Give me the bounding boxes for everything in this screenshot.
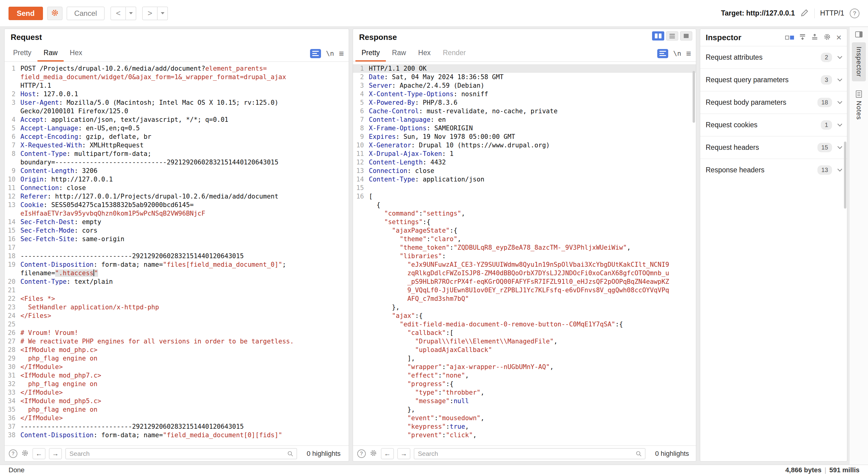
code-line[interactable]: 31<IfModule mod_php7.c> bbox=[5, 371, 349, 380]
code-line[interactable]: 8Content-Type: multipart/form-data; bbox=[5, 150, 349, 158]
code-line[interactable]: Gecko/20100101 Firefox/125.0 bbox=[5, 107, 349, 116]
prev-match-button[interactable]: ← bbox=[33, 448, 45, 459]
code-line[interactable]: 14Sec-Fetch-Dest: empty bbox=[5, 218, 349, 226]
code-line[interactable]: "message":null bbox=[353, 397, 696, 405]
code-line[interactable]: 8X-Frame-Options: SAMEORIGIN bbox=[353, 124, 696, 132]
code-line[interactable]: 15Sec-Fetch-Mode: cors bbox=[5, 226, 349, 235]
code-line[interactable]: 37-----------------------------292129206… bbox=[5, 422, 349, 431]
code-line[interactable]: 18-----------------------------292129206… bbox=[5, 252, 349, 260]
code-line[interactable]: 16[ bbox=[353, 192, 696, 201]
history-forward-dropdown[interactable] bbox=[157, 7, 168, 20]
code-line[interactable]: "uploadAjaxCallback" bbox=[353, 346, 696, 354]
tab-render[interactable]: Render bbox=[437, 45, 472, 62]
code-line[interactable]: 35 php_flag engine on bbox=[5, 405, 349, 414]
code-line[interactable]: 15 bbox=[353, 184, 696, 192]
code-line[interactable]: 20Content-Type: text/plain bbox=[5, 277, 349, 286]
inspector-section-request-attributes[interactable]: Request attributes2 bbox=[700, 46, 847, 68]
side-tab-notes[interactable]: Notes bbox=[852, 86, 866, 124]
code-line[interactable]: "effect":"none", bbox=[353, 371, 696, 380]
code-line[interactable]: 13Connection: close bbox=[353, 166, 696, 175]
code-line[interactable]: 7X-Requested-With: XMLHttpRequest bbox=[5, 141, 349, 150]
collapse-all-icon[interactable] bbox=[799, 33, 806, 42]
close-icon[interactable]: × bbox=[836, 33, 841, 42]
history-forward-button[interactable]: > bbox=[142, 7, 157, 20]
code-line[interactable]: "settings":{ bbox=[353, 218, 696, 226]
prev-match-button[interactable]: ← bbox=[381, 448, 394, 459]
code-line[interactable]: 14Content-Type: application/json bbox=[353, 175, 696, 184]
code-line[interactable]: 32 php_flag engine on bbox=[5, 380, 349, 388]
code-line[interactable]: 23 SetHandler application/x-httpd-php bbox=[5, 303, 349, 312]
layout-rows-button[interactable] bbox=[666, 31, 678, 40]
tab-raw[interactable]: Raw bbox=[37, 45, 64, 62]
code-line[interactable]: 12Referer: http://127.0.0.1/Projects/dru… bbox=[5, 192, 349, 201]
search-help-icon[interactable]: ? bbox=[357, 449, 366, 458]
editor-menu-icon[interactable]: ≡ bbox=[686, 49, 691, 59]
code-line[interactable]: 5Accept-Language: en-US,en;q=0.5 bbox=[5, 124, 349, 132]
code-line[interactable]: "progress":{ bbox=[353, 380, 696, 388]
cancel-button[interactable]: Cancel bbox=[67, 7, 105, 20]
code-line[interactable]: 27# We reactivate PHP engines for all ve… bbox=[5, 337, 349, 346]
code-line[interactable]: "prevent":"click", bbox=[353, 431, 696, 439]
code-line[interactable]: 11Connection: close bbox=[5, 184, 349, 192]
code-line[interactable]: 19Content-Disposition: form-data; name="… bbox=[5, 260, 349, 269]
code-line[interactable]: 1HTTP/1.1 200 OK bbox=[353, 64, 696, 73]
code-line[interactable]: 13Cookie: SESS05d4275ca1538832b5ab92000b… bbox=[5, 201, 349, 209]
code-line[interactable]: 26# Vroum! Vroum! bbox=[5, 328, 349, 337]
code-line[interactable]: 4Accept: application/json, text/javascri… bbox=[5, 116, 349, 124]
format-toggle-icon[interactable] bbox=[310, 49, 321, 58]
send-settings-button[interactable] bbox=[47, 7, 62, 20]
code-line[interactable]: "type":"throbber", bbox=[353, 388, 696, 397]
code-line[interactable]: "theme_token":"ZQDBULqR8_eypZ8eA78_8azcT… bbox=[353, 243, 696, 252]
code-line[interactable]: 10X-Generator: Drupal 10 (https://www.dr… bbox=[353, 141, 696, 150]
newline-toggle-icon[interactable]: \n bbox=[673, 50, 681, 57]
history-back-button[interactable]: < bbox=[111, 7, 126, 20]
code-line[interactable]: ], bbox=[353, 354, 696, 362]
code-line[interactable]: "eJx9UNFuwzAI_CE3-YZ9SUUIWdmw8Qyu1n19nSp… bbox=[353, 260, 696, 269]
inspector-section-request-cookies[interactable]: Request cookies1 bbox=[700, 114, 847, 136]
edit-target-button[interactable] bbox=[800, 8, 809, 18]
code-line[interactable]: 2Date: Sat, 04 May 2024 18:36:58 GMT bbox=[353, 73, 696, 81]
code-line[interactable]: 1POST /Projects/drupal-10.2.6/media/add/… bbox=[5, 64, 349, 73]
response-viewer[interactable]: 1HTTP/1.1 200 OK2Date: Sat, 04 May 2024 … bbox=[353, 62, 696, 445]
next-match-button[interactable]: → bbox=[398, 448, 410, 459]
inspector-settings-icon[interactable] bbox=[823, 33, 831, 42]
code-line[interactable]: "callback":[ bbox=[353, 328, 696, 337]
code-line[interactable]: 29 php_flag engine on bbox=[5, 354, 349, 362]
code-line[interactable]: 17 bbox=[5, 243, 349, 252]
inspector-section-request-headers[interactable]: Request headers15 bbox=[700, 136, 847, 159]
code-line[interactable]: 10Origin: http://127.0.0.1 bbox=[5, 175, 349, 184]
code-line[interactable]: "wrapper":"ajax-wrapper--nUGbUMnY-AQ", bbox=[353, 362, 696, 371]
scrollbar-thumb[interactable] bbox=[844, 141, 846, 209]
code-line[interactable]: 22<Files *> bbox=[5, 294, 349, 303]
response-search-input[interactable] bbox=[414, 448, 645, 459]
code-line[interactable]: HTTP/1.1 bbox=[5, 81, 349, 90]
code-line[interactable]: field_media_document/widget/0&ajax_form=… bbox=[5, 73, 349, 81]
code-line[interactable]: 38Content-Disposition: form-data; name="… bbox=[5, 431, 349, 439]
layout-tabs-button[interactable] bbox=[680, 31, 692, 40]
code-line[interactable]: 30</IfModule> bbox=[5, 362, 349, 371]
code-line[interactable]: "Drupal\\file\\Element\\ManagedFile", bbox=[353, 337, 696, 346]
code-line[interactable]: 36</IfModule> bbox=[5, 414, 349, 422]
code-line[interactable]: }, bbox=[353, 405, 696, 414]
newline-toggle-icon[interactable]: \n bbox=[326, 50, 334, 57]
code-line[interactable]: "keypress":true, bbox=[353, 422, 696, 431]
code-line[interactable]: 7Content-language: en bbox=[353, 116, 696, 124]
code-line[interactable]: 9_VQqLf0-JjUEwn8U1ov0EY_rZPBLJ1Yc7KLFsfq… bbox=[353, 286, 696, 294]
code-line[interactable]: _pS9HLbR7ROcrPX4f-eqKGrOQ00FAFYFsR7IFZL9… bbox=[353, 277, 696, 286]
request-editor[interactable]: 1POST /Projects/drupal-10.2.6/media/add/… bbox=[5, 62, 349, 445]
code-line[interactable]: "ajaxPageState":{ bbox=[353, 226, 696, 235]
next-match-button[interactable]: → bbox=[49, 448, 62, 459]
tab-pretty[interactable]: Pretty bbox=[7, 45, 37, 62]
code-line[interactable]: 6Cache-Control: must-revalidate, no-cach… bbox=[353, 107, 696, 116]
format-toggle-icon[interactable] bbox=[657, 49, 668, 58]
code-line[interactable]: 11X-Drupal-Ajax-Token: 1 bbox=[353, 150, 696, 158]
help-icon[interactable]: ? bbox=[850, 8, 860, 18]
code-line[interactable]: 3User-Agent: Mozilla/5.0 (Macintosh; Int… bbox=[5, 98, 349, 107]
code-line[interactable]: 16Sec-Fetch-Site: same-origin bbox=[5, 235, 349, 243]
code-line[interactable]: 9Expires: Sun, 19 Nov 1978 05:00:00 GMT bbox=[353, 132, 696, 141]
code-line[interactable]: zqRlkgDdlcFWZoISJP8-ZM40dBBQoOrbX7DYsLJ2… bbox=[353, 269, 696, 277]
scrollbar-thumb[interactable] bbox=[692, 71, 695, 123]
code-line[interactable]: 6Accept-Encoding: gzip, deflate, br bbox=[5, 132, 349, 141]
code-line[interactable]: }, bbox=[353, 303, 696, 312]
inspector-section-request-query-parameters[interactable]: Request query parameters3 bbox=[700, 68, 847, 91]
